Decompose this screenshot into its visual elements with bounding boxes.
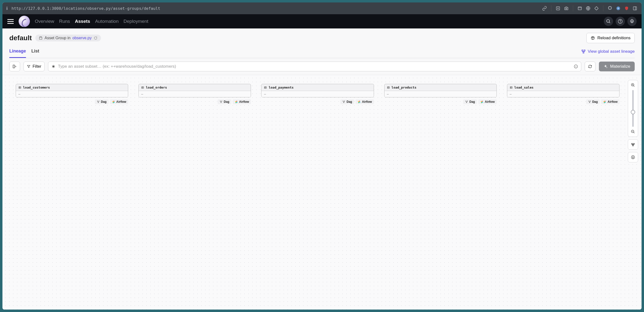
svg-point-4	[595, 7, 598, 10]
table-icon	[510, 86, 513, 89]
airflow-tag[interactable]: Airflow	[478, 99, 497, 104]
svg-rect-43	[632, 145, 634, 146]
refresh-icon[interactable]	[94, 36, 98, 40]
dag-tag[interactable]: Dag	[463, 99, 477, 104]
dag-tag[interactable]: Dag	[218, 99, 231, 104]
dag-icon	[588, 100, 591, 103]
info-icon[interactable]	[574, 64, 578, 69]
svg-point-20	[97, 101, 98, 101]
svg-rect-31	[388, 87, 390, 88]
dag-tag[interactable]: Dag	[586, 99, 600, 104]
svg-point-30	[344, 102, 344, 103]
airflow-icon	[358, 100, 361, 104]
asterisk-icon	[51, 64, 56, 69]
page-title: default	[9, 34, 32, 42]
svg-rect-35	[510, 87, 512, 88]
tab-list[interactable]: List	[31, 49, 39, 58]
svg-rect-41	[632, 144, 633, 144]
asset-node[interactable]: load_products – Dag Airflow	[384, 84, 497, 104]
asset-node[interactable]: load_customers – Dag Airflow	[16, 84, 128, 104]
zoom-slider[interactable]	[628, 90, 638, 127]
svg-point-24	[220, 101, 220, 101]
airflow-tag[interactable]: Airflow	[110, 99, 128, 104]
zoom-in-button[interactable]	[628, 80, 638, 90]
asset-status: –	[507, 91, 619, 97]
filter-icon	[27, 65, 31, 69]
svg-rect-23	[142, 87, 144, 88]
svg-rect-2	[578, 7, 581, 10]
refresh-button[interactable]	[585, 62, 596, 71]
svg-rect-13	[40, 37, 42, 37]
svg-point-33	[467, 101, 468, 101]
nav-deployment[interactable]: Deployment	[124, 19, 148, 24]
asset-status: –	[384, 91, 496, 97]
svg-point-38	[589, 102, 590, 103]
nav-runs[interactable]: Runs	[59, 19, 70, 24]
asset-status: –	[262, 91, 374, 97]
reload-definitions-button[interactable]: Reload definitions	[586, 33, 635, 43]
search-button[interactable]	[604, 17, 613, 26]
globe-icon[interactable]	[586, 6, 591, 11]
svg-point-32	[466, 101, 466, 101]
materialize-button[interactable]: Materialize	[599, 62, 635, 71]
main-nav: Overview Runs Assets Automation Deployme…	[35, 19, 148, 24]
asset-group-badge: Asset Group in observe.py	[35, 35, 101, 42]
settings-button[interactable]	[627, 17, 637, 26]
svg-point-26	[221, 102, 221, 103]
location-link[interactable]: observe.py	[72, 36, 92, 40]
reload-icon	[590, 36, 595, 40]
svg-rect-19	[19, 87, 21, 88]
nav-automation[interactable]: Automation	[95, 19, 118, 24]
table-icon	[387, 86, 390, 89]
asset-status: –	[16, 91, 128, 97]
asset-node[interactable]: load_orders – Dag Airflow	[138, 84, 251, 104]
app-logo[interactable]	[18, 16, 30, 27]
dag-tag[interactable]: Dag	[95, 99, 108, 104]
asset-search-input[interactable]	[58, 64, 571, 69]
download-icon[interactable]	[555, 6, 561, 11]
dag-icon	[97, 100, 100, 103]
zoom-out-button[interactable]	[628, 127, 638, 137]
table-icon	[141, 86, 144, 89]
asset-node[interactable]: load_sales – Dag Airflow	[507, 84, 620, 104]
svg-point-34	[466, 102, 467, 103]
svg-text:A: A	[618, 7, 619, 10]
airflow-tag[interactable]: Airflow	[356, 99, 374, 104]
asset-node[interactable]: load_payments – Dag Airflow	[261, 84, 374, 104]
dag-icon	[342, 100, 345, 103]
svg-rect-27	[264, 87, 266, 88]
table-icon	[18, 86, 21, 89]
lineage-icon	[581, 49, 586, 54]
download-graph-button[interactable]	[628, 152, 638, 162]
global-lineage-link[interactable]: View global asset lineage	[581, 49, 635, 57]
camera-icon[interactable]	[564, 6, 569, 11]
svg-point-28	[343, 101, 343, 101]
link-icon[interactable]	[542, 6, 547, 11]
panel-expand-icon	[12, 64, 17, 69]
window-icon[interactable]	[577, 6, 582, 11]
nav-overview[interactable]: Overview	[35, 19, 54, 24]
extension-icon[interactable]: A	[616, 6, 621, 11]
url-bar[interactable]: http://127.0.0.1:3000/locations/observe.…	[12, 6, 538, 11]
group-icon	[39, 36, 43, 40]
dag-tag[interactable]: Dag	[340, 99, 354, 104]
nav-assets[interactable]: Assets	[75, 19, 90, 24]
expand-panel-button[interactable]	[9, 62, 20, 71]
dag-icon	[465, 100, 468, 103]
shield-icon[interactable]	[624, 6, 629, 11]
puzzle-icon[interactable]	[607, 6, 613, 11]
tab-lineage[interactable]: Lineage	[9, 49, 26, 58]
svg-rect-17	[13, 65, 14, 68]
svg-point-10	[620, 22, 620, 23]
asset-search[interactable]	[48, 62, 581, 71]
svg-rect-16	[583, 52, 584, 53]
lineage-canvas[interactable]: load_customers – Dag Airflow load_orders…	[2, 75, 642, 309]
filter-button[interactable]: Filter	[24, 62, 44, 71]
menu-button[interactable]	[7, 19, 14, 24]
airflow-tag[interactable]: Airflow	[601, 99, 620, 104]
airflow-tag[interactable]: Airflow	[233, 99, 251, 104]
help-button[interactable]	[616, 17, 625, 26]
fit-view-button[interactable]	[628, 140, 638, 149]
target-icon[interactable]	[594, 6, 599, 11]
panel-icon[interactable]	[632, 6, 638, 11]
